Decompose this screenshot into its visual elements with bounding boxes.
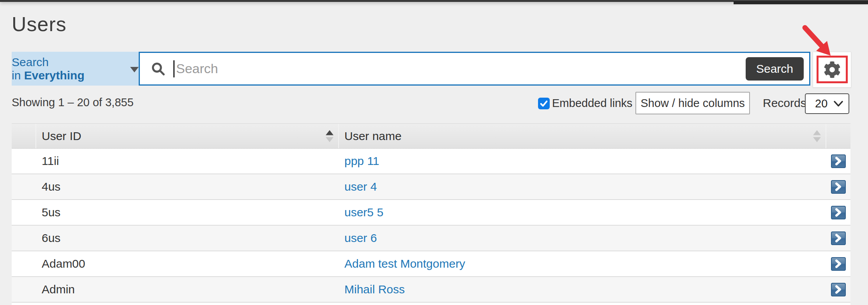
sort-icons [326,130,333,142]
row-action-cell [826,251,850,276]
user-id-cell: 6us [36,226,339,251]
page-title: Users [12,12,67,36]
embedded-links-checkbox[interactable] [538,98,550,109]
chevron-right-icon [834,208,842,217]
sort-asc-icon [326,130,333,135]
results-count: Showing 1 – 20 of 3,855 [12,96,134,109]
user-id-cell: Admin [36,277,339,302]
row-spacer-cell [12,174,36,199]
table-row: 11ii ppp 11 [12,149,850,174]
chevron-right-icon [834,259,842,268]
user-name-cell: Mihail Ross [339,277,826,302]
table-header: User ID User name [12,123,850,149]
chevron-right-icon [834,157,842,165]
table-row: 4us user 4 [12,174,850,200]
row-action-cell [826,149,850,174]
row-open-button[interactable] [831,154,846,168]
sort-desc-icon [813,137,821,142]
user-name-link[interactable]: Mihail Ross [344,283,405,296]
search-scope-dropdown[interactable]: Search in Everything [12,52,139,86]
row-open-button[interactable] [831,231,846,245]
show-hide-columns-button[interactable]: Show / hide columns [635,92,750,114]
table-body: 11ii ppp 11 4us user 4 5us [12,149,850,303]
search-input[interactable]: Search Search [139,52,810,86]
user-id-cell: Adam00 [36,251,339,276]
table-row: 6us user 6 [12,226,850,251]
user-name-link[interactable]: user5 5 [344,206,383,219]
row-open-button[interactable] [831,283,846,296]
chevron-right-icon [834,285,842,294]
chevron-right-icon [834,182,842,191]
column-header-user-name[interactable]: User name [339,124,826,148]
checkbox-check-icon [540,99,548,108]
user-name-cell: Adam test Montgomery [339,251,826,276]
user-name-cell: user 4 [339,174,826,199]
row-open-button[interactable] [831,206,846,219]
chevron-down-icon [130,67,139,72]
scope-text: Search in Everything [12,56,121,82]
user-name-cell: ppp 11 [339,149,826,174]
table-row-partial [12,303,850,305]
search-bar: Search in Everything Search Search [12,52,851,86]
records-label: Records [763,92,806,114]
text-cursor [173,60,175,77]
column-header-user-id[interactable]: User ID [36,124,339,148]
settings-gear-button[interactable] [813,52,851,88]
sort-desc-icon [326,137,333,142]
column-header-actions [826,124,850,148]
records-select[interactable]: 20 [805,93,849,114]
user-id-cell: 5us [36,200,339,225]
user-name-link[interactable]: user 6 [344,231,377,245]
table-row: Admin Mihail Ross [12,277,850,303]
user-name-cell: user 6 [339,226,826,251]
search-button[interactable]: Search [746,57,804,81]
user-name-link[interactable]: user 4 [344,180,377,193]
search-icon [151,61,166,76]
chevron-down-icon [834,101,843,107]
search-placeholder: Search [176,61,218,76]
column-header-spacer [12,124,36,148]
row-spacer-cell [12,251,36,276]
users-table: User ID User name 11ii ppp 11 [12,123,850,305]
row-action-cell [826,174,850,199]
user-name-cell: user5 5 [339,200,826,225]
user-name-link[interactable]: Adam test Montgomery [344,257,465,270]
row-spacer-cell [12,226,36,251]
embedded-links-label: Embedded links [552,97,632,110]
table-row: 5us user5 5 [12,200,850,226]
row-action-cell [826,200,850,225]
row-spacer-cell [12,149,36,174]
sort-asc-icon [813,130,821,135]
table-row: Adam00 Adam test Montgomery [12,251,850,277]
sort-icons [813,130,821,142]
gear-icon [824,61,841,78]
user-id-cell: 4us [36,174,339,199]
row-spacer-cell [12,200,36,225]
row-open-button[interactable] [831,180,846,194]
row-action-cell [826,226,850,251]
row-spacer-cell [12,277,36,302]
embedded-links-control: Embedded links [538,97,632,110]
row-action-cell [826,277,850,302]
row-open-button[interactable] [831,257,846,271]
chevron-right-icon [834,234,842,242]
records-selected-value: 20 [815,97,827,110]
user-name-link[interactable]: ppp 11 [344,154,379,168]
user-id-cell: 11ii [36,149,339,174]
top-navbar-right-tab [734,0,868,4]
